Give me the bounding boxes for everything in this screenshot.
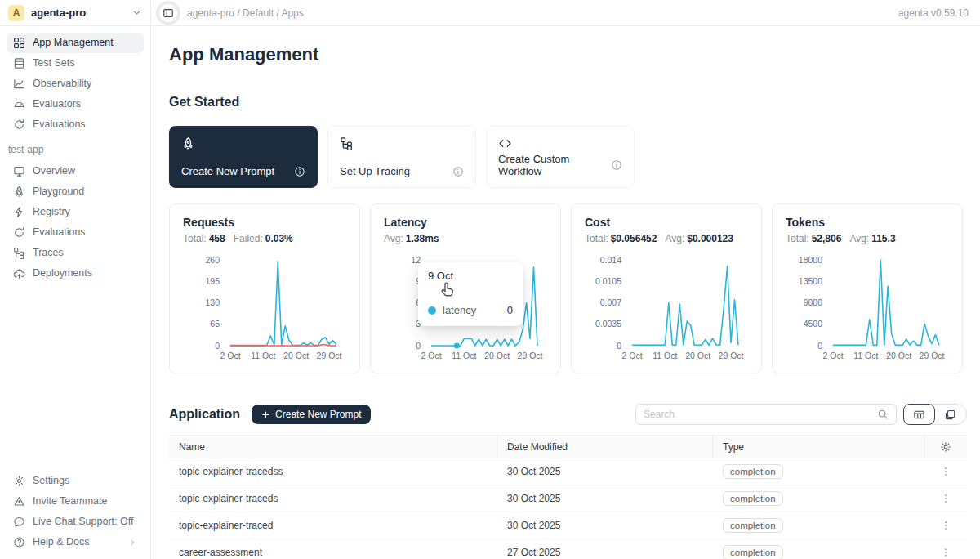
- sidebar-item-overview[interactable]: Overview: [7, 161, 144, 181]
- type-cell: completion: [713, 491, 924, 506]
- sidebar-item-label: Invite Teammate: [33, 495, 107, 508]
- application-header-row: Application Create New Prompt: [169, 404, 967, 425]
- sidebar-item-settings[interactable]: Settings: [7, 471, 144, 491]
- svg-text:11 Oct: 11 Oct: [853, 351, 878, 360]
- gear-icon: [940, 441, 951, 453]
- info-icon: [611, 159, 622, 171]
- top-bar: A agenta-pro agenta-pro / Default / Apps…: [0, 0, 980, 26]
- column-header-type[interactable]: Type: [713, 436, 924, 458]
- sidebar-collapse-button[interactable]: [159, 4, 177, 22]
- sidebar-item-test-sets[interactable]: Test Sets: [7, 53, 144, 74]
- lightning-icon: [13, 206, 25, 218]
- create-new-prompt-button[interactable]: Create New Prompt: [252, 405, 371, 424]
- column-header-name[interactable]: Name: [169, 436, 497, 458]
- svg-text:65: 65: [210, 319, 220, 329]
- metric-title: Cost: [585, 216, 748, 229]
- sidebar-item-help-docs[interactable]: Help & Docs: [7, 532, 144, 552]
- row-menu-button[interactable]: [934, 493, 957, 504]
- metric-title: Latency: [384, 216, 547, 229]
- app-version: agenta v0.59.10: [898, 7, 969, 19]
- type-cell: completion: [713, 545, 924, 559]
- svg-text:18000: 18000: [799, 255, 822, 265]
- svg-text:20 Oct: 20 Oct: [685, 351, 710, 360]
- svg-text:13500: 13500: [799, 276, 822, 286]
- get-started-card-set-up-tracing[interactable]: Set Up Tracing: [327, 126, 476, 188]
- row-menu-button[interactable]: [934, 466, 957, 477]
- tooltip-date: 9 Oct: [428, 270, 513, 282]
- table-row[interactable]: career-assessment 27 Oct 2025 completion: [169, 539, 967, 559]
- row-menu-button[interactable]: [934, 520, 957, 531]
- sidebar-item-label: Overview: [33, 165, 75, 177]
- mouse-cursor-icon: [439, 281, 456, 298]
- card-label: Set Up Tracing: [340, 165, 410, 177]
- search-icon[interactable]: [877, 409, 889, 420]
- card-label: Create New Prompt: [181, 165, 274, 177]
- sidebar-item-app-management[interactable]: App Management: [7, 33, 144, 53]
- sidebar-item-observability[interactable]: Observability: [7, 74, 144, 94]
- breadcrumb[interactable]: agenta-pro / Default / Apps: [187, 7, 304, 19]
- date-modified-cell: 30 Oct 2025: [497, 520, 713, 531]
- row-menu-button[interactable]: [934, 547, 957, 558]
- sidebar-item-live-chat-support-off[interactable]: Live Chat Support: Off: [7, 512, 144, 532]
- requests-line-chart[interactable]: 2601951306502 Oct11 Oct20 Oct29 Oct: [183, 248, 348, 363]
- cost-line-chart[interactable]: 0.0140.01050.0070.003502 Oct11 Oct20 Oct…: [585, 248, 750, 363]
- get-started-card-create-custom-workflow[interactable]: Create Custom Workflow: [486, 126, 635, 188]
- sidebar-item-evaluations[interactable]: Evaluations: [7, 222, 144, 243]
- dots-vertical-icon: [940, 520, 951, 531]
- svg-text:11 Oct: 11 Oct: [653, 351, 677, 360]
- table-row[interactable]: topic-explainer-tracedss 30 Oct 2025 com…: [169, 458, 967, 485]
- info-icon: [294, 166, 305, 177]
- table-settings-button[interactable]: [940, 441, 951, 453]
- plus-icon: [261, 410, 270, 419]
- svg-text:0: 0: [817, 341, 822, 351]
- sidebar-item-label: Evaluations: [33, 119, 86, 131]
- svg-text:29 Oct: 29 Oct: [719, 351, 744, 360]
- svg-text:130: 130: [205, 297, 220, 307]
- workspace-name: agenta-pro: [31, 7, 86, 19]
- column-header-date-modified[interactable]: Date Modified: [497, 436, 713, 458]
- type-badge: completion: [723, 545, 783, 559]
- sidebar-item-label: Test Sets: [33, 57, 74, 69]
- svg-text:20 Oct: 20 Oct: [886, 351, 911, 360]
- series-line-tokens: [833, 260, 939, 345]
- sidebar-item-evaluations[interactable]: Evaluations: [7, 114, 144, 135]
- chevron-right-icon: [127, 538, 137, 548]
- metric-stat: Avg:1.38ms: [384, 233, 439, 244]
- card-view-button[interactable]: [934, 405, 966, 424]
- sidebar-item-label: Registry: [33, 206, 70, 218]
- table-view-icon: [913, 409, 925, 421]
- table-view-button[interactable]: [903, 404, 935, 425]
- sidebar-item-label: Traces: [33, 247, 64, 259]
- metric-card-latency: Latency Avg:1.38ms1296302 Oct11 Oct20 Oc…: [370, 203, 561, 373]
- sidebar-item-registry[interactable]: Registry: [7, 202, 144, 222]
- card-label: Create Custom Workflow: [498, 153, 611, 177]
- workspace-selector[interactable]: A agenta-pro: [0, 0, 151, 26]
- svg-text:29 Oct: 29 Oct: [920, 351, 945, 360]
- sidebar-item-deployments[interactable]: Deployments: [7, 263, 144, 284]
- metric-stat: Total:52,806: [786, 233, 841, 244]
- monitor-icon: [13, 165, 25, 177]
- help-circle-icon: [13, 536, 25, 548]
- sidebar-bottom-nav: Settings Invite Teammate Live Chat Suppo…: [7, 471, 144, 552]
- get-started-card-create-new-prompt[interactable]: Create New Prompt: [169, 126, 318, 188]
- table-row[interactable]: topic-explainer-traced 30 Oct 2025 compl…: [169, 512, 967, 539]
- svg-text:2 Oct: 2 Oct: [621, 351, 642, 360]
- type-cell: completion: [713, 464, 924, 479]
- svg-text:29 Oct: 29 Oct: [518, 351, 543, 360]
- app-name-cell: topic-explainer-traceds: [169, 493, 497, 504]
- metric-card-requests: Requests Total:458Failed:0.03%2601951306…: [169, 203, 360, 373]
- sidebar-item-evaluators[interactable]: Evaluators: [7, 94, 144, 114]
- date-modified-cell: 27 Oct 2025: [497, 547, 713, 558]
- sidebar-item-playground[interactable]: Playground: [7, 181, 144, 202]
- sidebar-item-invite-teammate[interactable]: Invite Teammate: [7, 491, 144, 512]
- sidebar-app-nav: Overview Playground Registry Evaluations…: [7, 161, 144, 284]
- table-row[interactable]: topic-explainer-traceds 30 Oct 2025 comp…: [169, 485, 967, 512]
- metric-title: Requests: [183, 216, 346, 229]
- sidebar-item-traces[interactable]: Traces: [7, 243, 144, 263]
- tokens-line-chart[interactable]: 18000135009000450002 Oct11 Oct20 Oct29 O…: [786, 248, 951, 363]
- svg-text:20 Oct: 20 Oct: [283, 351, 309, 360]
- app-name-cell: topic-explainer-tracedss: [169, 466, 497, 477]
- grid-icon: [13, 37, 25, 49]
- invite-icon: [13, 495, 25, 508]
- search-input[interactable]: [644, 409, 877, 420]
